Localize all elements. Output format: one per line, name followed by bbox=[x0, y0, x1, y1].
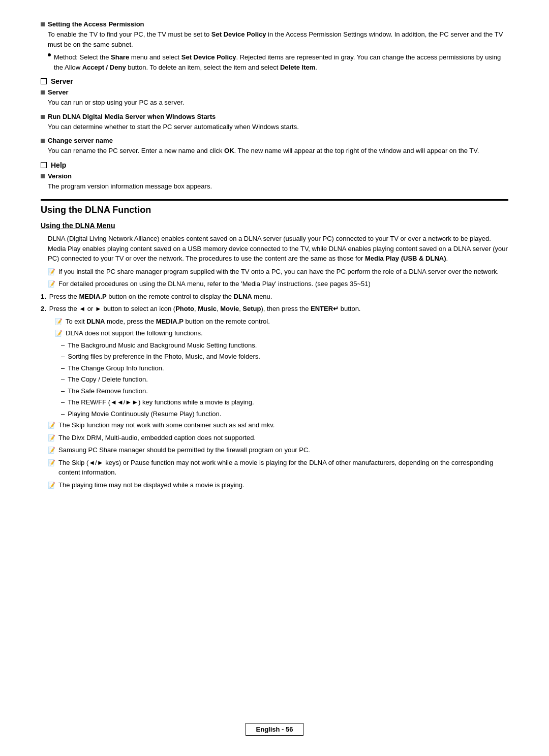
dlna-note5: 📝 Samsung PC Share manager should be per… bbox=[48, 445, 508, 455]
version-section: Version The program version information … bbox=[41, 172, 508, 192]
dlna-step1: 1. Press the MEDIA.P button on the remot… bbox=[41, 292, 508, 302]
dlna-section-title: Using the DLNA Function bbox=[41, 205, 508, 215]
bullet-icon bbox=[41, 174, 45, 178]
note-icon: 📝 bbox=[48, 458, 55, 467]
dlna-note3: 📝 The Skip function may not work with so… bbox=[48, 420, 508, 430]
access-permission-text1: To enable the TV to find your PC, the TV… bbox=[48, 29, 508, 49]
dlna-step2: 2. Press the ◄ or ► button to select an … bbox=[41, 304, 508, 314]
change-server-heading: Change server name bbox=[41, 137, 508, 144]
dlna-dash5: – The Safe Remove function. bbox=[61, 386, 508, 396]
run-dlna-text: You can determine whether to start the P… bbox=[48, 122, 508, 132]
page-content: Setting the Access Permission To enable … bbox=[41, 20, 508, 490]
help-checkbox-heading: Help bbox=[41, 161, 508, 169]
note-icon: 📝 bbox=[48, 481, 55, 490]
section-divider bbox=[41, 199, 508, 201]
run-dlna-heading: Run DLNA Digital Media Server when Windo… bbox=[41, 113, 508, 120]
bullet-icon bbox=[41, 139, 45, 143]
dlna-note2: 📝 For detailed procedures on using the D… bbox=[48, 279, 508, 289]
checkbox-icon bbox=[41, 78, 47, 84]
dlna-dash6: – The REW/FF (◄◄/►►) key functions while… bbox=[61, 397, 508, 407]
bullet-icon bbox=[41, 90, 45, 94]
dlna-note1: 📝 If you install the PC share manager pr… bbox=[48, 267, 508, 277]
dlna-dash2: – Sorting files by preference in the Pho… bbox=[61, 352, 508, 362]
dlna-note4: 📝 The Divx DRM, Multi-audio, embedded ca… bbox=[48, 433, 508, 443]
note-icon: 📝 bbox=[48, 421, 55, 430]
change-server-text: You can rename the PC server. Enter a ne… bbox=[48, 146, 508, 156]
access-permission-bullet1: Method: Select the Share menu and select… bbox=[48, 52, 508, 72]
note-icon: 📝 bbox=[48, 433, 55, 443]
dlna-dash7: – Playing Movie Continuously (Resume Pla… bbox=[61, 409, 508, 419]
access-permission-heading: Setting the Access Permission bbox=[41, 20, 508, 28]
server-checkbox-heading: Server bbox=[41, 77, 508, 85]
dlna-dash3: – The Change Group Info function. bbox=[61, 363, 508, 373]
circle-bullet-icon bbox=[48, 53, 51, 56]
dlna-sub-note2: 📝 DLNA does not support the following fu… bbox=[55, 328, 508, 338]
note-icon: 📝 bbox=[48, 279, 55, 289]
bullet-icon bbox=[41, 115, 45, 119]
run-dlna-section: Run DLNA Digital Media Server when Windo… bbox=[41, 113, 508, 132]
note-icon: 📝 bbox=[55, 317, 63, 326]
server-heading: Server bbox=[41, 88, 508, 96]
access-permission-section: Setting the Access Permission To enable … bbox=[41, 20, 508, 72]
bullet-icon bbox=[41, 22, 45, 26]
dlna-dash4: – The Copy / Delete function. bbox=[61, 374, 508, 385]
dlna-dash1: – The Background Music and Background Mu… bbox=[61, 340, 508, 351]
note-icon: 📝 bbox=[48, 446, 55, 455]
server-section: Server You can run or stop using your PC… bbox=[41, 88, 508, 108]
change-server-section: Change server name You can rename the PC… bbox=[41, 137, 508, 156]
checkbox-icon bbox=[41, 162, 47, 168]
dlna-menu-title: Using the DLNA Menu bbox=[41, 222, 508, 230]
version-text: The program version information message … bbox=[48, 181, 508, 192]
dlna-note6: 📝 The Skip (◄/► keys) or Pause function … bbox=[48, 458, 508, 478]
note-icon: 📝 bbox=[55, 329, 63, 338]
version-heading: Version bbox=[41, 172, 508, 180]
footer-label: English - 56 bbox=[246, 723, 304, 736]
dlna-intro: DLNA (Digital Living Network Alliance) e… bbox=[48, 234, 508, 264]
note-icon: 📝 bbox=[48, 267, 55, 276]
dlna-sub-note1: 📝 To exit DLNA mode, press the MEDIA.P b… bbox=[55, 317, 508, 327]
page-footer: English - 56 bbox=[0, 723, 549, 736]
server-text: You can run or stop using your PC as a s… bbox=[48, 98, 508, 108]
dlna-note7: 📝 The playing time may not be displayed … bbox=[48, 480, 508, 490]
